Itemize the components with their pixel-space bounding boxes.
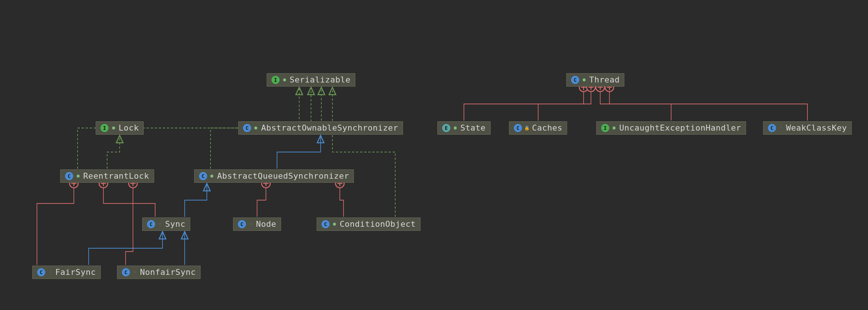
public-icon: ⬤ [253,125,259,131]
node-label: ReentrantLock [83,172,149,180]
class-icon: C [147,220,155,228]
public-icon: ⬤ [75,173,81,179]
edge-implements-condobj-serializable [332,87,395,217]
edge-inner-aqs-condobj [340,183,344,217]
class-icon: C [199,172,207,180]
node-icon-stack: C⬤ [199,172,215,180]
class-node-fairsync[interactable]: C◦FairSync [33,266,101,279]
node-label: Node [256,220,276,228]
class-icon: C [768,124,776,132]
node-icon-stack: C⬤ [65,172,81,180]
class-icon: C [321,220,329,228]
public-icon: ⬤ [209,173,215,179]
node-label: WeakClassKey [786,124,847,132]
node-label: NonfairSync [140,268,196,276]
package-private-icon: ◦ [248,222,253,227]
node-icon-stack: C⬤ [243,124,259,132]
node-icon-stack: E⬤ [442,124,458,132]
node-icon-stack: C⬤ [321,220,337,228]
node-label: AbstractQueuedSynchronizer [217,172,349,180]
class-icon: C [65,172,73,180]
class-node-serializable[interactable]: I⬤Serializable [267,73,355,87]
node-label: Lock [119,124,139,132]
class-node-sync[interactable]: C◦Sync [142,218,190,231]
package-private-icon: ◦ [157,222,163,227]
class-node-lock[interactable]: I⬤Lock [96,121,144,135]
public-icon: ⬤ [332,222,337,227]
edge-extends-sync-aqs [185,183,207,217]
node-icon-stack: C◦ [122,268,137,276]
node-label: UncaughtExceptionHandler [619,124,741,132]
node-label: Sync [165,220,185,228]
class-node-ueh[interactable]: I⬤UncaughtExceptionHandler [597,121,746,135]
package-private-icon: ◦ [778,125,783,131]
edge-inner-reentrant-nonfairsync [126,183,133,265]
node-label: Thread [589,76,619,84]
interface-icon: I [601,124,609,132]
class-node-wck[interactable]: C◦WeakClassKey [763,121,852,135]
edge-inner-thread-state [464,87,584,121]
class-node-thread[interactable]: C⬤Thread [566,73,624,87]
node-icon-stack: I⬤ [601,124,617,132]
class-icon: C [122,268,130,276]
class-node-nonfairsync[interactable]: C◦NonfairSync [117,266,201,279]
edge-inner-aqs-node_cls [257,183,266,217]
class-node-state[interactable]: E⬤State [437,121,491,135]
node-label: Serializable [290,76,351,84]
edge-inner-thread-wck [609,87,807,121]
class-node-reentrant[interactable]: C⬤ReentrantLock [60,169,154,183]
edge-implements-reentrant-lock [107,135,120,169]
interface-icon: I [100,124,109,132]
node-icon-stack: C🔒 [514,124,529,132]
public-icon: ⬤ [612,125,617,131]
node-icon-stack: C◦ [147,220,163,228]
public-icon: ⬤ [282,77,287,82]
node-icon-stack: C◦ [238,220,253,228]
interface-icon: I [271,76,280,84]
node-label: State [460,124,486,132]
node-icon-stack: I⬤ [100,124,116,132]
package-private-icon: ◦ [48,270,53,275]
public-icon: ⬤ [111,125,116,131]
edge-inner-reentrant-sync [103,183,155,217]
package-private-icon: ◦ [132,270,137,275]
node-label: Caches [532,124,562,132]
class-node-aos[interactable]: C⬤AbstractOwnableSynchronizer [238,121,403,135]
edge-inner-thread-caches [538,87,591,121]
class-icon: C [238,220,246,228]
class-icon: C [514,124,522,132]
node-icon-stack: C◦ [768,124,783,132]
node-icon-stack: I⬤ [271,76,287,84]
public-icon: ⬤ [452,125,458,131]
connector-layer [0,0,868,310]
class-node-aqs[interactable]: C⬤AbstractQueuedSynchronizer [194,169,354,183]
uml-diagram: I⬤SerializableC⬤ThreadI⬤LockC⬤AbstractOw… [0,0,868,310]
class-node-caches[interactable]: C🔒Caches [509,121,567,135]
class-node-node_cls[interactable]: C◦Node [233,218,281,231]
node-icon-stack: C⬤ [571,76,587,84]
node-label: FairSync [55,268,96,276]
edge-extends-fairsync-sync [89,232,163,265]
enum-icon: E [442,124,450,132]
node-icon-stack: C◦ [37,268,53,276]
class-icon: C [37,268,45,276]
edge-inner-reentrant-fairsync [37,183,74,265]
node-label: AbstractOwnableSynchronizer [261,124,398,132]
node-label: ConditionObject [339,220,416,228]
public-icon: ⬤ [581,77,587,82]
edge-extends-aqs-aos [277,135,321,169]
class-icon: C [243,124,251,132]
class-icon: C [571,76,579,84]
edge-inner-thread-ueh [600,87,671,121]
class-node-condobj[interactable]: C⬤ConditionObject [317,218,420,231]
lock-icon: 🔒 [524,125,529,131]
